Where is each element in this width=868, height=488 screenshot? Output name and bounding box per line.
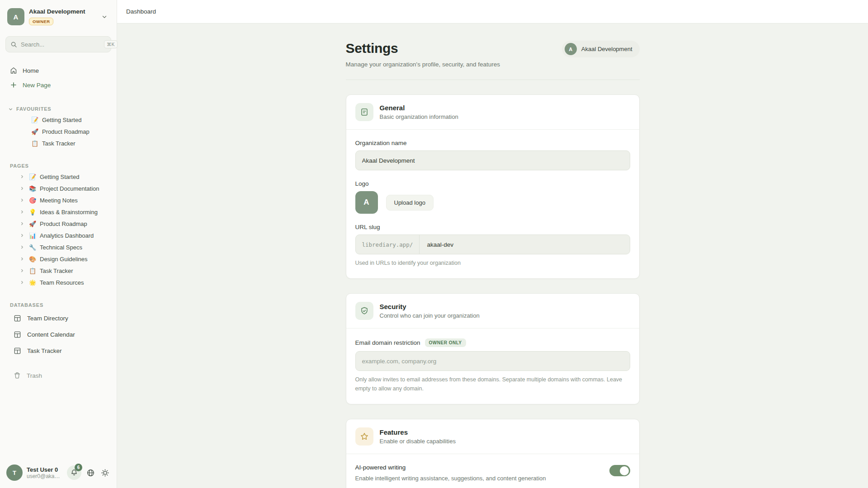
security-subtitle: Control who can join your organization [380, 312, 480, 319]
user-meta: Test User 0 user0@aka… [27, 466, 63, 479]
features-card: Features Enable or disable capabilities … [346, 419, 640, 488]
database-item[interactable]: Team Directory [0, 310, 117, 326]
clipboard-icon: 📋 [28, 267, 37, 274]
page-item[interactable]: 🚀 Product Roadmap [0, 218, 117, 230]
chevron-right-icon[interactable] [20, 210, 25, 214]
logo-row: A Upload logo [355, 191, 630, 214]
main-area: Dashboard Settings Manage your organizat… [117, 0, 868, 488]
page-item[interactable]: 🎨 Design Guidelines [0, 253, 117, 265]
sidebar-item-new-page[interactable]: New Page [0, 78, 117, 92]
org-pill-label: Akaal Development [581, 46, 632, 52]
page-item[interactable]: 📊 Analytics Dashboard [0, 230, 117, 241]
page-item[interactable]: 🎯 Meeting Notes [0, 194, 117, 206]
domain-restriction-input[interactable] [355, 351, 630, 371]
search-icon [10, 41, 17, 48]
chevron-right-icon[interactable] [20, 198, 25, 202]
search-shortcut-badge: ⌘K [104, 40, 118, 48]
chevron-right-icon[interactable] [20, 221, 25, 226]
url-slug-prefix: librediary.app/ [356, 235, 420, 254]
notifications-button[interactable]: 6 [67, 465, 81, 480]
chevron-right-icon[interactable] [20, 245, 25, 249]
table-icon [14, 331, 21, 338]
favourite-item[interactable]: 📝 Getting Started [0, 114, 117, 126]
page-label: Project Documentation [40, 185, 99, 192]
chevron-right-icon[interactable] [20, 280, 25, 285]
header-divider [346, 80, 640, 80]
favourites-header[interactable]: FAVOURITES [0, 104, 117, 114]
search-input[interactable] [21, 41, 100, 48]
sidebar-nav: Home New Page [0, 63, 117, 92]
security-title: Security [380, 303, 480, 310]
favourite-item[interactable]: 📋 Task Tracker [0, 137, 117, 149]
chevron-right-icon[interactable] [20, 233, 25, 238]
plus-icon [10, 81, 17, 89]
chevron-right-icon[interactable] [20, 186, 25, 191]
database-label: Content Calendar [27, 331, 75, 338]
page-item[interactable]: 📚 Project Documentation [0, 183, 117, 194]
settings-gear-icon[interactable] [100, 468, 110, 478]
page-subtitle: Manage your organization's profile, secu… [346, 61, 500, 68]
domain-restriction-label: Email domain restriction OWNER ONLY [355, 338, 630, 347]
chevron-right-icon[interactable] [20, 268, 25, 273]
page-label: Task Tracker [40, 267, 73, 274]
memo-icon: 📝 [31, 117, 39, 123]
favourite-item[interactable]: 🚀 Product Roadmap [0, 126, 117, 137]
org-name-label: Organization name [355, 140, 630, 146]
pages-label: PAGES [10, 163, 29, 169]
database-item[interactable]: Task Tracker [0, 343, 117, 359]
features-subtitle: Enable or disable capabilities [380, 438, 456, 445]
sidebar-item-home[interactable]: Home [0, 63, 117, 78]
security-card-header: Security Control who can join your organ… [346, 294, 639, 328]
settings-header: Settings Manage your organization's prof… [346, 41, 640, 68]
wrench-icon: 🔧 [28, 244, 37, 251]
books-icon: 📚 [28, 185, 37, 192]
page-item[interactable]: 🔧 Technical Specs [0, 241, 117, 253]
database-item[interactable]: Content Calendar [0, 326, 117, 343]
rocket-icon: 🚀 [31, 128, 39, 135]
palette-icon: 🎨 [28, 256, 37, 263]
upload-logo-button[interactable]: Upload logo [386, 195, 434, 211]
org-pill-avatar: A [565, 43, 577, 55]
bar-chart-icon: 📊 [28, 232, 37, 239]
database-label: Task Tracker [27, 347, 62, 354]
ai-writing-row: AI-powered writing Enable intelligent wr… [355, 464, 630, 482]
globe-icon[interactable] [85, 468, 96, 478]
page-item[interactable]: 📋 Task Tracker [0, 265, 117, 277]
page-item[interactable]: 💡 Ideas & Brainstorming [0, 206, 117, 218]
org-avatar: A [7, 8, 24, 25]
rocket-icon: 🚀 [28, 221, 37, 227]
databases-label: DATABASES [10, 302, 43, 308]
search-box[interactable]: ⌘K [5, 36, 111, 52]
owner-role-badge: OWNER [29, 18, 53, 25]
pages-section: PAGES 📝 Getting Started 📚 Project Docume… [0, 161, 117, 288]
bulb-icon: 💡 [28, 209, 37, 216]
url-slug-label: URL slug [355, 224, 630, 230]
ai-writing-toggle[interactable] [609, 465, 630, 476]
ai-writing-label: AI-powered writing [355, 464, 546, 471]
notification-count-badge: 6 [75, 464, 82, 471]
general-card-header: General Basic organization information [346, 95, 639, 130]
org-switcher[interactable]: A Akaal Development OWNER [0, 0, 117, 30]
favourite-label: Product Roadmap [42, 128, 90, 135]
url-slug-input[interactable] [420, 235, 629, 254]
page-item[interactable]: 📝 Getting Started [0, 171, 117, 183]
favourites-section: FAVOURITES 📝 Getting Started 🚀 Product R… [0, 104, 117, 149]
org-name-input[interactable] [355, 150, 630, 170]
url-slug-help: Used in URLs to identify your organizati… [355, 259, 630, 267]
document-icon [355, 103, 373, 121]
page-item[interactable]: 🌟 Team Resources [0, 277, 117, 288]
chevron-right-icon[interactable] [20, 174, 25, 179]
logo-avatar: A [355, 191, 378, 214]
shield-check-icon [355, 302, 373, 320]
trash-button[interactable]: Trash [0, 368, 117, 383]
logo-label: Logo [355, 180, 630, 187]
user-avatar[interactable]: T [6, 465, 23, 481]
org-name: Akaal Development [29, 8, 97, 15]
owner-only-badge: OWNER ONLY [425, 338, 466, 347]
page-label: Meeting Notes [40, 197, 78, 204]
breadcrumb: Dashboard [126, 8, 156, 15]
toggle-knob [620, 466, 629, 475]
favourite-label: Task Tracker [42, 140, 75, 147]
chevron-right-icon[interactable] [20, 257, 25, 261]
security-card-body: Email domain restriction OWNER ONLY Only… [346, 328, 639, 404]
